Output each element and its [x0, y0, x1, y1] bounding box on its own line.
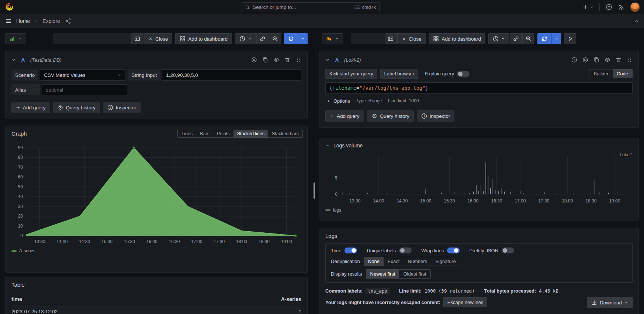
display-newest-first[interactable]: Newest first: [366, 270, 399, 278]
unique-labels-toggle[interactable]: [399, 248, 412, 253]
search-bar[interactable]: cmd+k: [242, 2, 380, 12]
toggle-visibility-icon[interactable]: [273, 57, 279, 63]
alias-field[interactable]: [42, 84, 127, 95]
kick-start-button[interactable]: Kick start your query: [325, 69, 377, 79]
graph-mode-stacked-lines[interactable]: Stacked lines: [233, 130, 268, 137]
logs-volume-legend[interactable]: logs: [325, 208, 633, 213]
alias-input[interactable]: [46, 87, 123, 93]
breadcrumb-separator: [34, 19, 38, 23]
escape-newlines-button[interactable]: Escape newlines: [443, 297, 488, 307]
zoom-out-button[interactable]: [522, 33, 534, 44]
time-picker-button[interactable]: [235, 33, 256, 44]
news-icon[interactable]: [618, 4, 624, 10]
right-datasource-picker[interactable]: [322, 33, 343, 44]
collapse-controls-button[interactable]: [634, 19, 639, 23]
drag-handle-icon[interactable]: [627, 57, 633, 63]
options-line-limit: Line limit: 1000: [388, 98, 419, 103]
new-button[interactable]: [582, 4, 593, 10]
datasource-help-icon[interactable]: [582, 57, 588, 63]
time-picker-button[interactable]: [488, 33, 509, 44]
close-pane-button[interactable]: Close: [397, 33, 426, 44]
history-icon: [371, 113, 377, 119]
refresh-interval-button[interactable]: [298, 33, 308, 44]
logs-volume-header[interactable]: Logs volume: [325, 143, 633, 149]
duplicate-query-icon[interactable]: [593, 57, 599, 63]
widen-pane-button[interactable]: [131, 33, 143, 44]
datasource-help-icon[interactable]: [251, 57, 257, 63]
editor-mode-code[interactable]: Code: [613, 69, 632, 78]
dedup-numbers[interactable]: Numbers: [404, 257, 431, 266]
left-datasource-picker[interactable]: [5, 33, 26, 44]
remove-query-icon[interactable]: [284, 57, 290, 63]
query-help-icon[interactable]: [571, 57, 577, 63]
prettify-json-toggle[interactable]: [502, 248, 514, 253]
add-to-dashboard-button[interactable]: Add to dashboard: [429, 33, 485, 44]
time-toggle[interactable]: [344, 248, 357, 253]
breadcrumb-explore[interactable]: Explore: [42, 18, 60, 24]
menu-icon[interactable]: [5, 18, 12, 24]
query-ref-id[interactable]: A: [21, 57, 25, 63]
explain-query-toggle[interactable]: [457, 71, 470, 77]
refresh-interval-button[interactable]: [552, 33, 561, 44]
breadcrumb-home[interactable]: Home: [16, 18, 30, 24]
share-icon[interactable]: [65, 18, 71, 24]
pane-resize-divider[interactable]: [314, 33, 314, 314]
logql-query-input[interactable]: {filename="/var/log/tns-app.log"}: [325, 82, 633, 93]
table-row[interactable]: 2023-07-25 13:12:02 1: [11, 305, 301, 314]
drag-handle-icon[interactable]: [295, 57, 301, 63]
graph-mode-stacked-bars[interactable]: Stacked bars: [268, 130, 302, 137]
link-icon: [260, 36, 266, 42]
refresh-button[interactable]: [537, 33, 551, 44]
dedup-signature[interactable]: Signature: [431, 257, 460, 266]
copy-link-button[interactable]: [510, 33, 522, 44]
toggle-visibility-icon[interactable]: [605, 57, 610, 63]
svg-text:19:00: 19:00: [609, 198, 620, 204]
timeseries-chart[interactable]: 13:3014:0014:3015:0015:3016:0016:3017:00…: [11, 142, 301, 248]
zoom-out-button[interactable]: [269, 33, 281, 44]
close-pane-button[interactable]: Close: [144, 33, 173, 44]
chevron-down-icon: [301, 37, 305, 41]
inspector-button[interactable]: Inspector: [103, 102, 141, 113]
run-query-button[interactable]: [564, 33, 576, 44]
collapse-query-icon[interactable]: [325, 58, 330, 62]
logs-volume-chart[interactable]: 13:3014:0014:3015:0015:3016:0016:3017:00…: [325, 151, 633, 207]
add-query-button[interactable]: Add query: [11, 102, 50, 113]
duplicate-query-icon[interactable]: [262, 57, 268, 63]
wrap-lines-toggle[interactable]: [447, 248, 460, 253]
add-query-button[interactable]: Add query: [325, 110, 364, 122]
add-to-dashboard-button[interactable]: Add to dashboard: [175, 33, 232, 44]
download-button[interactable]: Download: [587, 297, 633, 308]
pane-resize-handle[interactable]: [314, 182, 315, 199]
table-col-aseries[interactable]: A-series: [281, 296, 301, 302]
graph-mode-lines[interactable]: Lines: [178, 130, 196, 137]
graph-mode-points[interactable]: Points: [213, 130, 233, 137]
collapse-section-icon[interactable]: [325, 143, 330, 148]
inspector-button[interactable]: Inspector: [417, 110, 455, 122]
dedup-none[interactable]: None: [364, 257, 384, 266]
scenario-select[interactable]: CSV Metric Values: [40, 69, 125, 81]
collapse-query-icon[interactable]: [11, 58, 16, 62]
avatar[interactable]: [630, 3, 640, 12]
dedup-exact[interactable]: Exact: [384, 257, 404, 266]
editor-mode-builder[interactable]: Builder: [589, 69, 612, 78]
query-options-row[interactable]: Options Type: Range Line limit: 1000: [325, 96, 633, 105]
table-col-time[interactable]: time: [11, 296, 22, 302]
string-input[interactable]: [166, 72, 297, 78]
search-input[interactable]: [253, 4, 352, 10]
grafana-logo-icon[interactable]: [5, 3, 14, 11]
widen-pane-button[interactable]: [385, 33, 397, 44]
copy-link-button[interactable]: [256, 33, 269, 44]
graph-legend[interactable]: A-series: [11, 248, 301, 253]
help-icon[interactable]: [606, 4, 612, 10]
display-oldest-first[interactable]: Oldest first: [399, 270, 430, 278]
label-browser-button[interactable]: Label browser: [380, 69, 419, 79]
string-input-field[interactable]: [162, 69, 301, 81]
remove-query-icon[interactable]: [616, 57, 622, 63]
query-history-button[interactable]: Query history: [53, 102, 100, 113]
zoom-out-icon: [272, 36, 278, 42]
refresh-button[interactable]: [284, 33, 298, 44]
scenario-label: Scenario: [11, 69, 38, 81]
query-ref-id[interactable]: A: [335, 57, 339, 63]
graph-mode-bars[interactable]: Bars: [196, 130, 213, 137]
query-history-button[interactable]: Query history: [367, 110, 414, 122]
